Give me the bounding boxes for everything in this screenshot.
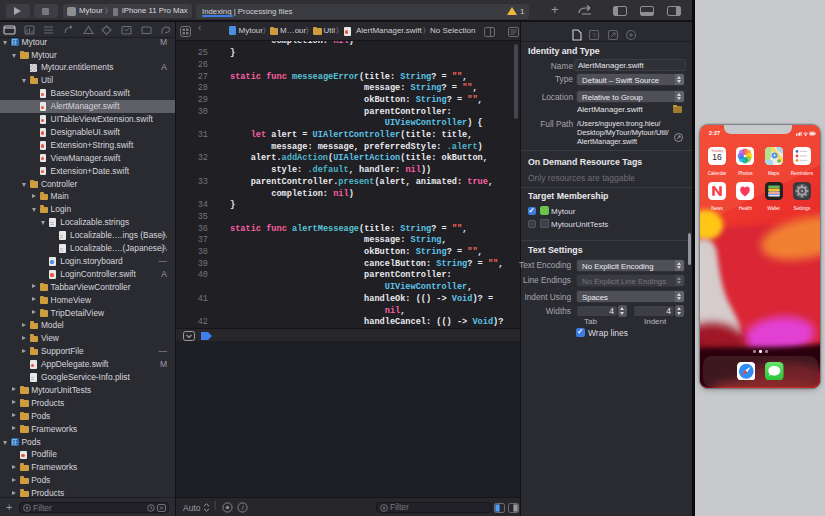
svg-text:i: i [242,503,244,512]
svg-text:?: ? [592,32,596,39]
